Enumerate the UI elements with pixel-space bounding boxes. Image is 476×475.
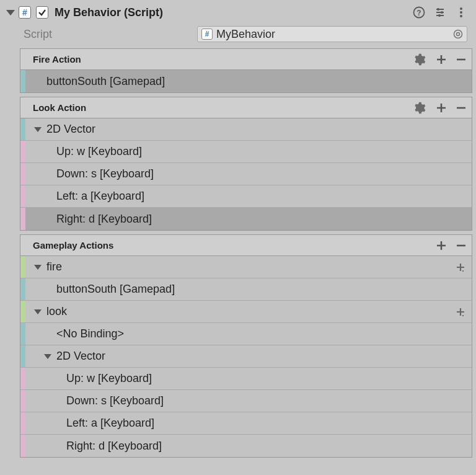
binding-label: Down: s [Keyboard] — [64, 394, 472, 407]
help-icon[interactable]: ? — [413, 6, 425, 19]
row-stripe — [20, 70, 25, 92]
row-stripe — [20, 278, 25, 300]
binding-label: Left: a [Keyboard] — [64, 417, 472, 430]
component-title: My Behavior (Script) — [55, 6, 413, 19]
binding-label: buttonSouth [Gamepad] — [54, 283, 472, 296]
svg-point-5 — [460, 7, 462, 10]
remove-icon[interactable] — [456, 102, 467, 113]
script-value: MyBehavior — [216, 28, 275, 41]
binding-row[interactable]: Up: w [Keyboard] — [20, 368, 472, 390]
component-header: # My Behavior (Script) ? — [4, 2, 472, 24]
svg-point-8 — [454, 30, 462, 38]
binding-row[interactable]: buttonSouth [Gamepad] — [20, 278, 472, 301]
binding-label: Right: d [Keyboard] — [54, 213, 472, 226]
binding-row[interactable]: Right: d [Keyboard] — [20, 208, 472, 230]
section-header[interactable]: Fire Action — [20, 49, 472, 70]
script-row: Script # MyBehavior — [4, 24, 472, 45]
binding-label: Up: w [Keyboard] — [54, 145, 472, 158]
row-stripe — [20, 323, 25, 345]
binding-row[interactable]: <No Binding> — [20, 323, 472, 345]
section-title: Gameplay Actions — [33, 240, 436, 251]
row-stripe — [20, 412, 25, 434]
binding-row[interactable]: Left: a [Keyboard] — [20, 185, 472, 208]
row-stripe — [20, 368, 25, 389]
remove-icon[interactable] — [456, 240, 467, 251]
presets-icon[interactable] — [434, 6, 446, 19]
action-section: Look Action2D VectorUp: w [Keyboard]Down… — [20, 97, 472, 231]
add-icon[interactable] — [436, 102, 447, 113]
action-section: Fire ActionbuttonSouth [Gamepad] — [20, 48, 472, 93]
add-binding-icon[interactable] — [456, 262, 472, 272]
add-icon[interactable] — [436, 54, 447, 65]
binding-row[interactable]: 2D Vector — [20, 345, 472, 368]
remove-icon[interactable] — [456, 54, 467, 65]
binding-row[interactable]: buttonSouth [Gamepad] — [20, 70, 472, 92]
svg-point-9 — [457, 33, 460, 36]
row-stripe — [20, 256, 25, 278]
binding-label: buttonSouth [Gamepad] — [44, 75, 472, 88]
enabled-checkbox[interactable] — [36, 6, 48, 19]
chevron-down-icon[interactable] — [44, 354, 51, 359]
binding-row[interactable]: look — [20, 301, 472, 323]
object-picker-icon[interactable] — [453, 29, 463, 39]
svg-point-6 — [460, 11, 462, 14]
section-header[interactable]: Gameplay Actions — [20, 235, 472, 256]
svg-point-2 — [437, 8, 439, 11]
section-title: Fire Action — [33, 54, 412, 64]
row-stripe — [20, 163, 25, 185]
script-object-field[interactable]: # MyBehavior — [197, 26, 467, 42]
gear-icon[interactable] — [412, 53, 426, 66]
svg-point-3 — [441, 11, 443, 14]
row-stripe — [20, 390, 25, 412]
row-stripe — [20, 185, 25, 207]
binding-label: 2D Vector — [44, 123, 472, 136]
row-stripe — [20, 345, 25, 367]
component-inspector: # My Behavior (Script) ? Script # MyBeha… — [0, 0, 476, 465]
binding-label: Down: s [Keyboard] — [54, 167, 472, 180]
svg-point-4 — [438, 14, 441, 17]
row-stripe — [20, 118, 25, 140]
row-stripe — [20, 435, 25, 457]
add-binding-icon[interactable] — [456, 307, 472, 317]
binding-label: <No Binding> — [54, 327, 472, 340]
section-header[interactable]: Look Action — [20, 97, 472, 118]
mini-script-icon: # — [201, 29, 213, 40]
row-stripe — [20, 141, 25, 162]
svg-text:?: ? — [416, 9, 421, 17]
chevron-down-icon[interactable] — [34, 265, 42, 270]
script-label: Script — [24, 28, 197, 41]
gear-icon[interactable] — [412, 101, 426, 115]
binding-label: 2D Vector — [54, 350, 472, 363]
section-title: Look Action — [33, 102, 412, 113]
binding-row[interactable]: Right: d [Keyboard] — [20, 435, 472, 457]
binding-row[interactable]: 2D Vector — [20, 118, 472, 141]
binding-row[interactable]: Left: a [Keyboard] — [20, 412, 472, 435]
kebab-menu-icon[interactable] — [455, 6, 467, 19]
chevron-down-icon[interactable] — [34, 127, 42, 132]
script-icon: # — [19, 6, 31, 19]
row-stripe — [20, 301, 25, 322]
foldout-icon[interactable] — [6, 10, 15, 16]
binding-row[interactable]: Up: w [Keyboard] — [20, 141, 472, 163]
binding-label: Left: a [Keyboard] — [54, 190, 472, 203]
binding-row[interactable]: Down: s [Keyboard] — [20, 163, 472, 185]
binding-label: look — [44, 305, 456, 318]
binding-label: Up: w [Keyboard] — [64, 372, 472, 385]
binding-row[interactable]: fire — [20, 256, 472, 278]
svg-point-7 — [460, 15, 462, 17]
binding-label: Right: d [Keyboard] — [64, 440, 472, 453]
binding-label: fire — [44, 260, 456, 273]
action-section: Gameplay ActionsfirebuttonSouth [Gamepad… — [20, 234, 472, 458]
sections-container: Fire ActionbuttonSouth [Gamepad]Look Act… — [4, 48, 472, 458]
row-stripe — [20, 208, 25, 230]
chevron-down-icon[interactable] — [34, 309, 42, 314]
binding-row[interactable]: Down: s [Keyboard] — [20, 390, 472, 412]
add-icon[interactable] — [436, 240, 447, 251]
